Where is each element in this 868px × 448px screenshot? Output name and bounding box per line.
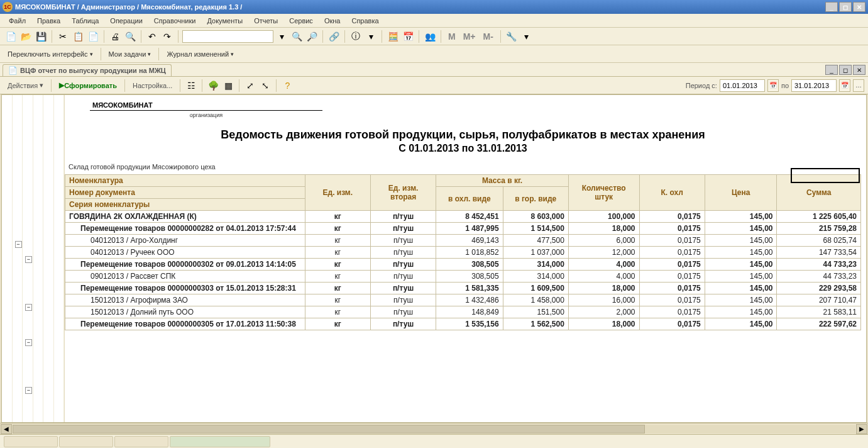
table-row[interactable]: 15012013 / Долний путь ОООкгп/туш148,849… — [65, 306, 861, 318]
minimize-button[interactable]: _ — [825, 2, 838, 12]
actions-dropdown[interactable]: Действия▾ — [4, 80, 47, 91]
horizontal-scrollbar[interactable]: ◀ ▶ — [0, 423, 868, 434]
cell-price: 145,00 — [705, 211, 777, 223]
wrench-icon[interactable]: 🔧 — [505, 30, 519, 43]
expand-icon[interactable]: ⤢ — [243, 79, 257, 92]
outline-toggle[interactable]: − — [25, 339, 32, 346]
table-row[interactable]: Перемещение товаров 00000000282 от 04.01… — [65, 223, 861, 235]
tab-restore-button[interactable]: ◻ — [839, 65, 852, 75]
m-plus-button[interactable]: М+ — [460, 30, 479, 43]
undo-icon[interactable]: ↶ — [145, 30, 159, 43]
cut-icon[interactable]: ✂ — [56, 30, 70, 43]
cell-unit2: п/туш — [370, 283, 436, 294]
cell-mass-hot: 1 562,500 — [503, 318, 568, 330]
m-button[interactable]: М — [445, 30, 459, 43]
th-price: Цена — [705, 175, 777, 211]
scroll-thumb[interactable] — [13, 425, 645, 434]
report-area: − − − − − МЯСОКОМБИНАТ организация Ведом… — [1, 94, 867, 423]
cell-price: 145,00 — [705, 247, 777, 259]
period-more-icon[interactable]: … — [853, 79, 864, 92]
org-caption: организация — [90, 112, 322, 118]
menu-file[interactable]: Файл — [4, 16, 31, 26]
print-icon[interactable]: 🖨 — [108, 30, 122, 43]
cell-mass-cold: 1 432,486 — [436, 294, 503, 306]
copy-icon[interactable]: 📋 — [71, 30, 85, 43]
scroll-track[interactable] — [13, 425, 855, 434]
outline-toggle[interactable]: − — [25, 304, 32, 311]
table-row[interactable]: 04012013 / Ручеек ОООкгп/туш1 018,8521 0… — [65, 247, 861, 259]
table-row[interactable]: Перемещение товаров 00000000303 от 15.01… — [65, 283, 861, 294]
menu-operations[interactable]: Операции — [105, 16, 147, 26]
search-dropdown-icon[interactable]: ▾ — [275, 30, 288, 43]
m-minus-button[interactable]: М- — [480, 30, 497, 43]
tab-minimize-button[interactable]: _ — [825, 65, 838, 75]
menu-help[interactable]: Справка — [346, 16, 383, 26]
cell-unit: кг — [305, 211, 370, 223]
grid-icon[interactable]: ☷ — [184, 79, 198, 92]
close-button[interactable]: ✕ — [853, 2, 865, 12]
menu-reports[interactable]: Отчеты — [249, 16, 283, 26]
calc-icon[interactable]: 🧮 — [386, 30, 400, 43]
users-icon[interactable]: 👥 — [423, 30, 437, 43]
cell-qty: 18,000 — [568, 223, 639, 235]
redo-icon[interactable]: ↷ — [160, 30, 174, 43]
menu-service[interactable]: Сервис — [284, 16, 318, 26]
save-icon[interactable]: 💾 — [34, 30, 48, 43]
menu-table[interactable]: Таблица — [67, 16, 104, 26]
table-row[interactable]: Перемещение товаров 00000000305 от 17.01… — [65, 318, 861, 330]
outline-toggle[interactable]: − — [15, 241, 22, 248]
date-from-calendar-icon[interactable]: 📅 — [767, 79, 779, 92]
tab-report[interactable]: 📄 ВЦФ отчет по выпуску продукции на МЖЦ — [3, 64, 172, 76]
cell-price: 145,00 — [705, 271, 777, 283]
link-icon[interactable]: 🔗 — [327, 30, 341, 43]
change-log-button[interactable]: Журнал изменений▾ — [163, 49, 238, 59]
preview-icon[interactable]: 🔍 — [123, 30, 137, 43]
calendar-icon[interactable]: 📅 — [401, 30, 415, 43]
help-icon[interactable]: ? — [280, 79, 294, 92]
outline-toggle[interactable]: − — [25, 256, 32, 263]
date-from-input[interactable] — [720, 79, 765, 92]
search-input[interactable] — [182, 30, 273, 43]
table-row[interactable]: Перемещение товаров 00000000302 от 09.01… — [65, 259, 861, 271]
menu-windows[interactable]: Окна — [319, 16, 346, 26]
status-tab[interactable] — [4, 436, 58, 447]
help-dropdown-icon[interactable]: ▾ — [364, 30, 378, 43]
open-icon[interactable]: 📂 — [19, 30, 33, 43]
cell-nom: 04012013 / Агро-Холдинг — [65, 235, 305, 247]
cell-qty: 2,000 — [568, 306, 639, 318]
new-icon[interactable]: 📄 — [4, 30, 18, 43]
scroll-left-icon[interactable]: ◀ — [1, 424, 12, 434]
collapse-icon[interactable]: ⤡ — [258, 79, 272, 92]
find-next-icon[interactable]: 🔎 — [305, 30, 319, 43]
table-row[interactable]: 15012013 / Агрофирма ЗАОкгп/туш1 432,486… — [65, 294, 861, 306]
restore-button[interactable]: ◻ — [839, 2, 852, 12]
status-tab[interactable] — [59, 436, 113, 447]
date-to-input[interactable] — [791, 79, 837, 92]
find-icon[interactable]: 🔍 — [290, 30, 304, 43]
menu-references[interactable]: Справочники — [149, 16, 201, 26]
tree-icon[interactable]: 🌳 — [206, 79, 220, 92]
tab-close-button[interactable]: ✕ — [853, 65, 865, 75]
my-tasks-button[interactable]: Мои задачи▾ — [105, 49, 155, 59]
scroll-right-icon[interactable]: ▶ — [856, 424, 867, 434]
table-row[interactable]: ГОВЯДИНА 2К ОХЛАЖДЕННАЯ (К)кгп/туш8 452,… — [65, 211, 861, 223]
table-row[interactable]: 09012013 / Рассвет СПКкгп/туш308,505314,… — [65, 271, 861, 283]
menu-edit[interactable]: Правка — [32, 16, 65, 26]
help-round-icon[interactable]: ⓘ — [349, 30, 363, 43]
form-button[interactable]: ▶ Сформировать — [55, 80, 121, 91]
settings-button[interactable]: Настройка... — [129, 81, 176, 91]
table-row[interactable]: 04012013 / Агро-Холдингкгп/туш469,143477… — [65, 235, 861, 247]
cell-qty: 18,000 — [568, 283, 639, 294]
outline-toggle[interactable]: − — [25, 387, 32, 394]
cell-mass-cold: 8 452,451 — [436, 211, 503, 223]
date-to-calendar-icon[interactable]: 📅 — [839, 79, 850, 92]
wrench-dropdown-icon[interactable]: ▾ — [520, 30, 534, 43]
table-icon[interactable]: ▦ — [221, 79, 235, 92]
switch-interface-button[interactable]: Переключить интерфейс▾ — [4, 49, 97, 59]
status-tab-active[interactable] — [170, 436, 270, 447]
th-unit: Ед. изм. — [305, 175, 370, 211]
period-from-label: Период с: — [686, 82, 717, 89]
menu-documents[interactable]: Документы — [202, 16, 248, 26]
paste-icon[interactable]: 📄 — [86, 30, 100, 43]
status-tab[interactable] — [114, 436, 168, 447]
